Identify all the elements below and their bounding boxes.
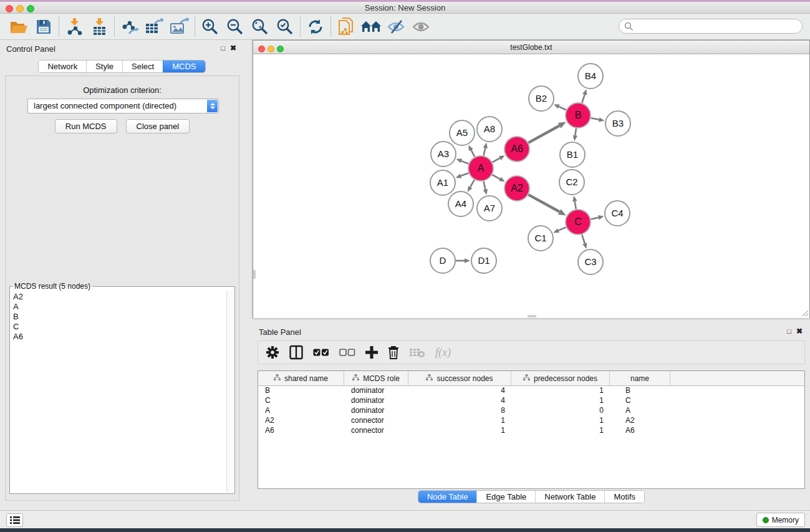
network-from-selection-button[interactable] (334, 16, 359, 38)
close-panel-button[interactable]: Close panel (126, 119, 190, 133)
column-header-predecessor-nodes[interactable]: predecessor nodes (511, 371, 610, 385)
mcds-result-list[interactable]: A2ABCA6 (11, 291, 226, 493)
graph-edge-C-C4[interactable] (591, 218, 598, 220)
graph-edge-B-B3[interactable] (591, 118, 599, 120)
cell-shared-name[interactable]: A2 (258, 416, 344, 426)
open-session-button[interactable] (6, 16, 31, 38)
import-table-button[interactable] (87, 16, 112, 38)
cell-MCDS-role[interactable]: connector (344, 416, 408, 426)
graph-node-C2[interactable]: C2 (559, 170, 584, 195)
graph-edge-B-B2[interactable] (559, 107, 566, 110)
graph-edge-A-A4[interactable] (470, 180, 475, 187)
graph-node-B3[interactable]: B3 (605, 111, 630, 136)
table-row[interactable]: Cdominator41C (258, 396, 804, 406)
graph-edge-A-A5[interactable] (471, 150, 475, 157)
splitter-handle-bottom[interactable] (528, 315, 536, 317)
cell-predecessor-nodes[interactable]: 1 (511, 396, 610, 406)
show-columns-button[interactable] (289, 344, 303, 361)
graph-node-B2[interactable]: B2 (529, 86, 554, 111)
zoom-out-button[interactable] (223, 16, 248, 38)
search-input[interactable] (634, 22, 802, 31)
tab-style[interactable]: Style (86, 60, 122, 72)
graph-node-A4[interactable]: A4 (448, 191, 473, 216)
mcds-result-item[interactable]: A6 (13, 332, 224, 342)
graph-edge-B-B1[interactable] (575, 128, 576, 136)
cell-name[interactable]: C (610, 396, 670, 406)
add-column-button[interactable] (365, 344, 378, 361)
graph-node-C[interactable]: C (566, 210, 591, 235)
graph-edge-A-A3[interactable] (461, 161, 468, 163)
cell-successor-nodes[interactable]: 4 (408, 386, 511, 396)
show-graphics-button[interactable] (408, 16, 433, 38)
mcds-result-item[interactable]: A2 (13, 292, 224, 302)
cell-successor-nodes[interactable]: 1 (408, 426, 511, 436)
zoom-view-button[interactable] (277, 46, 284, 52)
graph-node-A8[interactable]: A8 (477, 117, 502, 142)
graph-edge-C-C3[interactable] (582, 235, 584, 243)
graph-edge-B-B4[interactable] (582, 95, 584, 103)
import-network-button[interactable] (62, 16, 87, 38)
close-view-button[interactable] (258, 46, 265, 52)
export-table-button[interactable] (142, 16, 167, 38)
graph-node-C3[interactable]: C3 (578, 249, 603, 274)
graph-edge-C-C2[interactable] (575, 201, 576, 210)
tab-select[interactable]: Select (122, 60, 163, 72)
zoom-fit-button[interactable] (248, 16, 272, 38)
column-header-MCDS-role[interactable]: MCDS role (344, 371, 408, 385)
cell-successor-nodes[interactable]: 1 (408, 416, 511, 426)
cell-predecessor-nodes[interactable]: 1 (511, 386, 610, 396)
table-row[interactable]: A6connector11A6 (258, 426, 804, 436)
mcds-result-item[interactable]: A (13, 302, 224, 312)
column-header-name[interactable]: name (610, 371, 670, 385)
cell-successor-nodes[interactable]: 8 (408, 406, 511, 416)
graph-node-A1[interactable]: A1 (430, 170, 455, 195)
column-header-shared-name[interactable]: shared name (258, 371, 344, 385)
scrollbar-track[interactable] (226, 291, 234, 493)
delete-column-button[interactable] (388, 344, 399, 361)
cell-MCDS-role[interactable]: dominator (344, 396, 408, 406)
resize-grip-icon[interactable] (801, 309, 809, 317)
search-field[interactable] (619, 19, 803, 34)
table-row[interactable]: Bdominator41B (258, 386, 804, 396)
graph-node-C4[interactable]: C4 (605, 201, 630, 226)
minimize-window-button[interactable] (16, 5, 24, 12)
memory-button[interactable]: Memory (756, 513, 805, 527)
graph-edge-A2-C[interactable] (528, 195, 559, 211)
minimize-view-button[interactable] (268, 46, 274, 52)
graph-node-C1[interactable]: C1 (528, 226, 553, 251)
graph-node-A3[interactable]: A3 (431, 142, 456, 167)
export-network-button[interactable] (117, 16, 142, 38)
tab-edge-table[interactable]: Edge Table (476, 491, 535, 503)
splitter-handle-left[interactable] (253, 270, 256, 279)
graph-node-A5[interactable]: A5 (450, 120, 475, 145)
cell-MCDS-role[interactable]: dominator (344, 406, 408, 416)
graph-edge-A-A6[interactable] (493, 158, 500, 162)
table-row[interactable]: A2connector11A2 (258, 416, 804, 426)
cell-name[interactable]: A6 (610, 426, 670, 436)
export-image-button[interactable] (167, 16, 192, 38)
cell-shared-name[interactable]: B (258, 386, 344, 396)
cell-MCDS-role[interactable]: dominator (344, 386, 408, 396)
graph-edge-A-A7[interactable] (483, 181, 485, 190)
save-session-button[interactable] (31, 16, 56, 38)
graph-edge-C-C1[interactable] (558, 227, 566, 230)
float-panel-icon[interactable]: □ (221, 44, 225, 52)
mcds-result-item[interactable]: C (13, 322, 224, 332)
tab-mcds[interactable]: MCDS (163, 60, 205, 72)
tab-motifs[interactable]: Motifs (604, 491, 644, 503)
cell-successor-nodes[interactable]: 4 (408, 396, 511, 406)
network-window-titlebar[interactable]: testGlobe.txt (253, 41, 809, 54)
graph-node-B1[interactable]: B1 (560, 142, 585, 167)
cell-name[interactable]: A2 (610, 416, 670, 426)
graph-edge-A6-B[interactable] (528, 125, 559, 142)
mcds-result-item[interactable]: B (13, 312, 224, 322)
table-row[interactable]: Adominator80A (258, 406, 804, 416)
close-window-button[interactable] (6, 5, 13, 12)
graph-node-A7[interactable]: A7 (477, 196, 502, 221)
tab-node-table[interactable]: Node Table (418, 491, 477, 503)
run-mcds-button[interactable]: Run MCDS (55, 119, 117, 133)
task-history-button[interactable] (6, 513, 23, 527)
column-header-successor-nodes[interactable]: successor nodes (408, 371, 511, 385)
cell-predecessor-nodes[interactable]: 1 (511, 426, 610, 436)
cell-shared-name[interactable]: A (258, 406, 344, 416)
